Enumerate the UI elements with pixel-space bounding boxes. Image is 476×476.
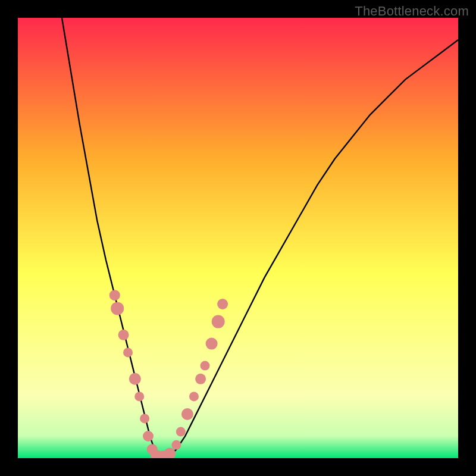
data-marker xyxy=(143,431,154,441)
data-marker xyxy=(134,392,144,401)
data-marker xyxy=(140,414,149,423)
data-marker xyxy=(206,338,218,350)
data-marker xyxy=(129,373,141,385)
data-marker xyxy=(195,374,206,384)
data-marker xyxy=(164,448,176,458)
chart-overlay xyxy=(18,18,458,458)
plot-area xyxy=(18,18,458,458)
data-marker xyxy=(217,299,228,309)
data-marker xyxy=(201,361,210,371)
data-marker xyxy=(111,302,124,315)
marker-group xyxy=(109,290,228,458)
data-marker xyxy=(123,347,133,357)
watermark-label: TheBottleneck.com xyxy=(355,4,469,19)
chart-stage: TheBottleneck.com xyxy=(0,0,476,476)
data-marker xyxy=(181,408,193,420)
data-marker xyxy=(171,440,181,450)
data-marker xyxy=(109,290,120,300)
data-marker xyxy=(212,315,225,328)
data-marker xyxy=(118,330,129,340)
data-marker xyxy=(176,427,186,437)
bottleneck-curve xyxy=(62,18,458,458)
data-marker xyxy=(189,392,199,401)
